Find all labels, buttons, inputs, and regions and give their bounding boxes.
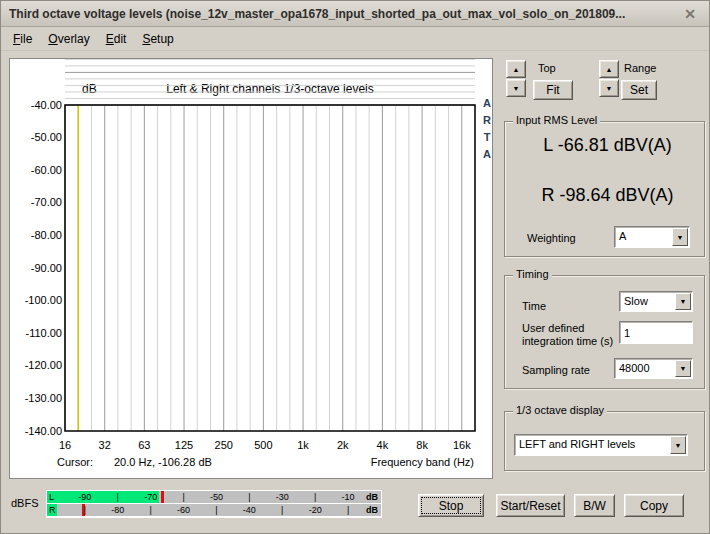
arta-letter: A bbox=[480, 97, 494, 109]
input-rms-groupbox: Input RMS Level L -66.81 dBV(A) R -98.64… bbox=[504, 121, 705, 257]
y-axis-tick: -50.00 bbox=[12, 131, 62, 143]
x-axis-tick: 63 bbox=[122, 439, 166, 451]
y-axis-tick: -90.00 bbox=[12, 262, 62, 274]
x-axis-tick: 1k bbox=[281, 439, 325, 451]
x-axis-label: Frequency band (Hz) bbox=[371, 456, 474, 468]
arta-window: Third octave voltage levels (noise_12v_m… bbox=[0, 0, 710, 534]
meter-scale-label: -50 bbox=[210, 491, 223, 503]
meter-peak-indicator bbox=[161, 491, 164, 503]
time-dropdown[interactable]: Slow ▼ bbox=[619, 291, 693, 312]
dropdown-arrow-icon[interactable]: ▼ bbox=[672, 228, 688, 246]
bw-button[interactable]: B/W bbox=[574, 494, 615, 517]
weighting-label: Weighting bbox=[527, 232, 611, 245]
dropdown-arrow-icon[interactable]: ▼ bbox=[675, 293, 691, 310]
cursor-value: 20.0 Hz, -106.28 dB bbox=[114, 456, 212, 468]
chart-plot[interactable] bbox=[10, 59, 494, 480]
top-spinner: ▲ ▼ bbox=[506, 60, 526, 98]
meter-unit-label: dB bbox=[366, 504, 378, 516]
close-icon[interactable]: ✕ bbox=[681, 5, 699, 23]
cursor-readout-row: Cursor: 20.0 Hz, -106.28 dB Frequency ba… bbox=[10, 456, 494, 470]
x-axis-tick: 8k bbox=[400, 439, 444, 451]
menu-bar: FileOverlayEditSetup bbox=[1, 27, 709, 51]
fit-button[interactable]: Fit bbox=[533, 80, 573, 100]
down-arrow-icon: ▼ bbox=[606, 85, 613, 92]
y-axis-tick: -80.00 bbox=[12, 229, 62, 241]
range-down-button[interactable]: ▼ bbox=[599, 79, 619, 97]
menu-item-edit[interactable]: Edit bbox=[98, 29, 135, 49]
sampling-rate-dropdown[interactable]: 48000 ▼ bbox=[614, 358, 693, 379]
meter-scale-label: -10 bbox=[342, 491, 355, 503]
meter-scale-label: -20 bbox=[309, 504, 322, 516]
range-label: Range bbox=[624, 62, 656, 74]
x-axis-tick: 250 bbox=[202, 439, 246, 451]
x-axis-tick: 2k bbox=[321, 439, 365, 451]
x-axis-tick: 32 bbox=[83, 439, 127, 451]
x-axis-tick: 4k bbox=[360, 439, 404, 451]
x-axis-tick: 16 bbox=[43, 439, 87, 451]
time-value: Slow bbox=[624, 295, 648, 307]
octave-display-title: 1/3 octave display bbox=[513, 404, 607, 416]
title-bar[interactable]: Third octave voltage levels (noise_12v_m… bbox=[1, 1, 709, 27]
up-arrow-icon: ▲ bbox=[606, 66, 613, 73]
menu-item-overlay[interactable]: Overlay bbox=[40, 29, 97, 49]
meter-tick: | bbox=[215, 504, 217, 516]
level-meter: L-90|-70|-50|-30|-10dBR|-80|-60|-40|-20|… bbox=[46, 490, 382, 518]
copy-button[interactable]: Copy bbox=[624, 494, 684, 517]
integration-time-input[interactable] bbox=[619, 321, 693, 344]
meter-tick: | bbox=[281, 504, 283, 516]
cursor-caption: Cursor: bbox=[57, 456, 93, 468]
y-axis-tick: -60.00 bbox=[12, 164, 62, 176]
arta-letter: T bbox=[480, 131, 494, 143]
input-rms-title: Input RMS Level bbox=[513, 114, 600, 126]
octave-display-groupbox: 1/3 octave display LEFT and RIGHT levels… bbox=[504, 411, 705, 471]
menu-item-file[interactable]: File bbox=[5, 29, 40, 49]
timing-title: Timing bbox=[513, 268, 552, 280]
time-label: Time bbox=[522, 300, 546, 312]
sampling-rate-value: 48000 bbox=[619, 362, 650, 374]
meter-tick: | bbox=[314, 491, 316, 503]
octave-display-value: LEFT and RIGHT levels bbox=[519, 438, 635, 450]
meter-channel-label: R bbox=[49, 504, 56, 516]
meter-scale-label: -70 bbox=[144, 491, 157, 503]
range-spinner: ▲ ▼ bbox=[599, 60, 619, 98]
meter-tick: | bbox=[117, 491, 119, 503]
down-arrow-icon: ▼ bbox=[513, 85, 520, 92]
window-title: Third octave voltage levels (noise_12v_m… bbox=[9, 7, 625, 21]
arta-letter: A bbox=[480, 148, 494, 160]
meter-row-r: R|-80|-60|-40|-20|dB bbox=[47, 504, 381, 516]
meter-scale-label: -30 bbox=[276, 491, 289, 503]
meter-level-bar bbox=[47, 491, 159, 503]
y-axis-tick: -120.00 bbox=[12, 359, 62, 371]
meter-tick: | bbox=[182, 491, 184, 503]
y-axis-tick: -110.00 bbox=[12, 327, 62, 339]
right-rms-readout: R -98.64 dBV(A) bbox=[515, 185, 700, 206]
graph-panel: dB Left & Right channels 1/3-octave leve… bbox=[9, 58, 493, 479]
top-down-button[interactable]: ▼ bbox=[506, 79, 526, 97]
start-reset-button[interactable]: Start/Reset bbox=[496, 494, 565, 517]
y-axis-tick: -70.00 bbox=[12, 196, 62, 208]
menu-item-setup[interactable]: Setup bbox=[134, 29, 181, 49]
meter-row-l: L-90|-70|-50|-30|-10dB bbox=[47, 491, 381, 503]
dropdown-arrow-icon[interactable]: ▼ bbox=[675, 360, 691, 377]
y-axis-tick: -130.00 bbox=[12, 392, 62, 404]
octave-display-dropdown[interactable]: LEFT and RIGHT levels ▼ bbox=[514, 434, 688, 456]
meter-scale-label: -80 bbox=[111, 504, 124, 516]
arta-letter: R bbox=[480, 114, 494, 126]
set-button[interactable]: Set bbox=[621, 80, 657, 100]
weighting-dropdown[interactable]: A ▼ bbox=[614, 226, 690, 248]
up-arrow-icon: ▲ bbox=[513, 66, 520, 73]
range-up-button[interactable]: ▲ bbox=[599, 60, 619, 78]
meter-tick: | bbox=[149, 504, 151, 516]
dbfs-label: dBFS bbox=[11, 497, 39, 509]
meter-scale-label: -40 bbox=[243, 504, 256, 516]
meter-channel-label: L bbox=[49, 491, 54, 503]
y-axis-tick: -100.00 bbox=[12, 294, 62, 306]
top-label: Top bbox=[538, 62, 556, 74]
x-axis-tick: 500 bbox=[241, 439, 285, 451]
x-axis-tick: 16k bbox=[440, 439, 484, 451]
top-up-button[interactable]: ▲ bbox=[506, 60, 526, 78]
x-axis-tick: 125 bbox=[162, 439, 206, 451]
y-axis-tick: -140.00 bbox=[12, 425, 62, 437]
stop-button[interactable]: Stop bbox=[418, 494, 484, 517]
dropdown-arrow-icon[interactable]: ▼ bbox=[670, 436, 686, 454]
